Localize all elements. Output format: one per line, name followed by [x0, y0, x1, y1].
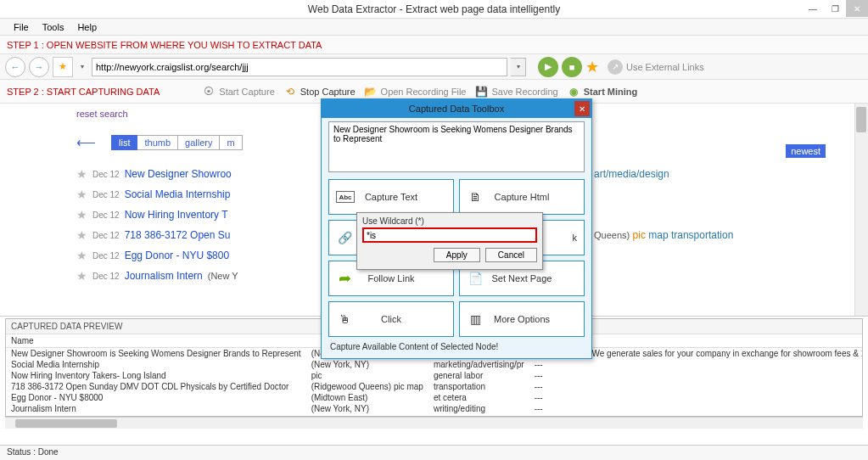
favorites-button[interactable]: ★ [53, 57, 73, 77]
url-toolbar: ← → ★ ▾ ▾ ▶ ■ ★ ↗ Use External Links [0, 54, 868, 80]
click-button[interactable]: 🖱Click [328, 301, 454, 337]
star-icon[interactable]: ★ [76, 228, 87, 242]
folder-open-icon: 📂 [364, 85, 378, 98]
listing-date: Dec 12 [92, 272, 120, 281]
listing-date: Dec 12 [92, 251, 120, 261]
listing-meta: (New Y [208, 271, 238, 281]
horizontal-scrollbar[interactable] [5, 417, 863, 429]
menu-tools[interactable]: Tools [36, 20, 71, 34]
more-options-button[interactable]: ▥More Options [459, 301, 585, 337]
html-icon: 🗎 [467, 188, 484, 205]
back-button[interactable]: ← [5, 57, 25, 77]
listing-date: Dec 12 [92, 170, 120, 179]
star-icon: ★ [59, 61, 67, 72]
options-icon: ▥ [467, 311, 484, 328]
close-button[interactable]: ✕ [846, 0, 868, 17]
minimize-button[interactable]: — [802, 0, 824, 17]
menu-file[interactable]: File [7, 20, 36, 34]
save-icon: 💾 [474, 85, 488, 98]
vertical-scrollbar[interactable] [854, 104, 868, 316]
table-row[interactable]: Egg Donor - NYU $8000(Midtown East)et ce… [6, 392, 862, 403]
record-icon: ⦿ [202, 85, 216, 98]
listing-title[interactable]: 718 386-3172 Open Su [125, 229, 231, 241]
listing-date: Dec 12 [92, 231, 120, 240]
arrow-left-icon: ← [11, 62, 20, 72]
use-external-links[interactable]: ↗ Use External Links [608, 59, 704, 75]
start-mining-button[interactable]: ◉Start Mining [567, 85, 638, 98]
menu-help[interactable]: Help [70, 20, 104, 34]
step1-label: STEP 1 : OPEN WEBSITE FROM WHERE YOU WIS… [0, 36, 868, 54]
tab-gallery[interactable]: gallery [178, 135, 220, 150]
follow-icon: ➦ [336, 270, 353, 287]
forward-button[interactable]: → [29, 57, 49, 77]
start-capture-button[interactable]: ⦿Start Capture [202, 85, 274, 98]
save-recording-button[interactable]: 💾Save Recording [474, 85, 557, 98]
dialog-footer-text: Capture Available Content of Selected No… [328, 337, 585, 353]
table-row[interactable]: Social Media Internship(New York, NY)mar… [6, 359, 862, 370]
star-icon[interactable]: ★ [76, 249, 87, 262]
star-icon[interactable]: ★ [76, 167, 87, 181]
step2-label: STEP 2 : START CAPTURING DATA [7, 87, 160, 97]
apply-button[interactable]: Apply [434, 248, 480, 262]
maximize-button[interactable]: ❐ [824, 0, 846, 17]
listing-title[interactable]: Journalism Intern [125, 270, 203, 282]
window-titlebar: Web Data Extractor - Extract web page da… [0, 0, 868, 19]
url-dropdown[interactable]: ▾ [511, 58, 526, 76]
go-button[interactable]: ▶ [538, 57, 558, 77]
cancel-button[interactable]: Cancel [485, 248, 537, 262]
table-row[interactable]: Journalism Intern(New York, NY)writing/e… [6, 403, 862, 414]
listing-category[interactable]: art/media/design [594, 168, 669, 180]
window-title: Web Data Extractor - Extract web page da… [308, 3, 560, 15]
wildcard-popup: Use Wildcard (*) Apply Cancel [356, 212, 543, 270]
close-icon: ✕ [579, 104, 585, 114]
stop-button[interactable]: ■ [562, 57, 582, 77]
url-input[interactable] [92, 58, 507, 76]
star-icon: ★ [585, 59, 599, 76]
arrow-right-icon: → [35, 62, 44, 72]
table-row[interactable]: 718 386-3172 Open Sunday DMV DOT CDL Phy… [6, 381, 862, 392]
open-recording-button[interactable]: 📂Open Recording File [364, 85, 467, 98]
play-icon: ▶ [545, 61, 552, 72]
listing-date: Dec 12 [92, 190, 120, 199]
mining-icon: ◉ [567, 85, 580, 98]
page-back-arrow[interactable]: ⟵ [76, 134, 96, 150]
favorites-dropdown[interactable]: ▾ [76, 57, 88, 77]
link-icon: ↗ [608, 59, 623, 75]
dialog-close-button[interactable]: ✕ [574, 101, 590, 116]
link-icon: 🔗 [336, 229, 353, 246]
star-icon[interactable]: ★ [76, 188, 87, 201]
listing-title[interactable]: Egg Donor - NYU $800 [125, 250, 229, 261]
stop-icon: ■ [569, 62, 575, 72]
wildcard-input[interactable] [362, 227, 537, 243]
bookmark-button[interactable]: ★ [585, 58, 599, 76]
menu-bar: File Tools Help [0, 19, 868, 36]
scrollbar-thumb[interactable] [15, 419, 117, 428]
tab-map[interactable]: m [220, 135, 242, 150]
capture-text-button[interactable]: AbcCapture Text [328, 179, 454, 215]
dialog-title: Captured Data Toolbox [409, 104, 504, 114]
window-controls: — ❐ ✕ [802, 0, 868, 17]
listing-title[interactable]: New Designer Showroo [125, 168, 232, 180]
table-row[interactable]: Now Hiring Inventory Takers- Long Island… [6, 370, 862, 381]
use-external-links-label: Use External Links [626, 62, 704, 72]
tab-thumb[interactable]: thumb [137, 135, 178, 150]
capture-html-button[interactable]: 🗎Capture Html [459, 179, 585, 215]
status-bar: Status : Done [0, 445, 868, 460]
wildcard-label: Use Wildcard (*) [362, 216, 537, 226]
page-icon: 📄 [467, 270, 484, 287]
stop-circle-icon: ⟲ [283, 85, 297, 98]
listing-meta: Queens) pic map transportation [594, 229, 733, 241]
col-name[interactable]: Name [6, 334, 306, 348]
scrollbar-thumb[interactable] [856, 107, 866, 132]
cursor-icon: 🖱 [336, 311, 353, 328]
listing-title[interactable]: Social Media Internship [125, 188, 231, 200]
stop-capture-button[interactable]: ⟲Stop Capture [283, 85, 356, 98]
star-icon[interactable]: ★ [76, 269, 87, 283]
dialog-titlebar[interactable]: Captured Data Toolbox ✕ [322, 99, 591, 118]
star-icon[interactable]: ★ [76, 208, 87, 222]
tab-list[interactable]: list [111, 135, 137, 150]
sort-newest[interactable]: newest [786, 144, 826, 158]
listing-title[interactable]: Now Hiring Inventory T [125, 209, 228, 221]
chevron-down-icon: ▾ [81, 63, 84, 70]
captured-text-area[interactable]: New Designer Showroom is Seeking Womens … [328, 121, 585, 172]
